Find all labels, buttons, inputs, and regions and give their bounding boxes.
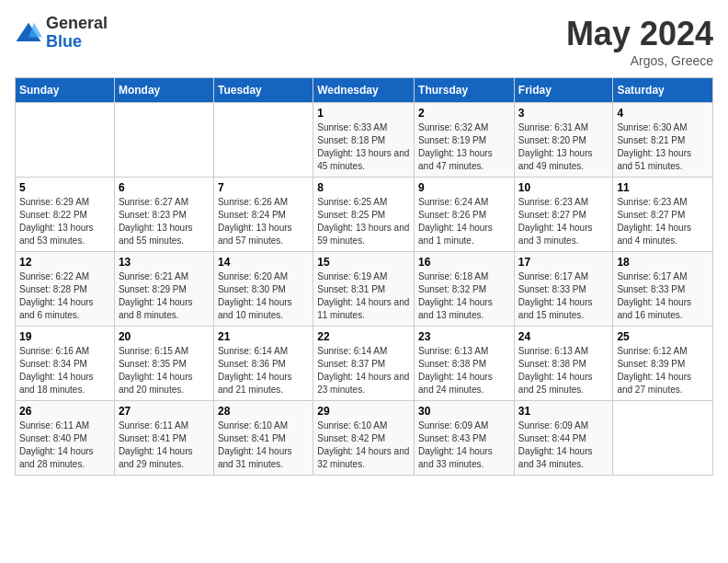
calendar-cell: 21Sunrise: 6:14 AMSunset: 8:36 PMDayligh… [213,327,313,401]
day-info: Sunrise: 6:19 AMSunset: 8:31 PMDaylight:… [317,270,410,322]
calendar-week-row: 26Sunrise: 6:11 AMSunset: 8:40 PMDayligh… [16,401,713,476]
day-of-week-header: Tuesday [213,78,313,103]
calendar-cell [213,103,313,178]
calendar-cell: 13Sunrise: 6:21 AMSunset: 8:29 PMDayligh… [114,252,213,327]
calendar-cell: 29Sunrise: 6:10 AMSunset: 8:42 PMDayligh… [313,401,415,476]
day-info: Sunrise: 6:26 AMSunset: 8:24 PMDaylight:… [218,196,309,247]
day-number: 19 [19,330,110,343]
day-info: Sunrise: 6:17 AMSunset: 8:33 PMDaylight:… [518,270,609,322]
day-of-week-header: Thursday [415,78,515,103]
page-header: General Blue May 2024 Argos, Greece [15,15,713,68]
calendar-cell: 23Sunrise: 6:13 AMSunset: 8:38 PMDayligh… [415,327,515,401]
logo: General Blue [15,15,108,52]
day-info: Sunrise: 6:13 AMSunset: 8:38 PMDaylight:… [418,345,510,396]
calendar-cell: 1Sunrise: 6:33 AMSunset: 8:18 PMDaylight… [313,103,415,178]
day-of-week-header: Monday [114,78,213,103]
day-number: 29 [317,405,410,418]
day-number: 10 [518,181,609,194]
day-of-week-header: Friday [514,78,613,103]
day-info: Sunrise: 6:13 AMSunset: 8:38 PMDaylight:… [518,345,609,396]
day-number: 27 [119,405,210,418]
day-info: Sunrise: 6:20 AMSunset: 8:30 PMDaylight:… [218,270,309,322]
month-year: May 2024 [566,15,713,53]
calendar-cell: 14Sunrise: 6:20 AMSunset: 8:30 PMDayligh… [213,252,313,327]
calendar-cell: 19Sunrise: 6:16 AMSunset: 8:34 PMDayligh… [16,327,115,401]
day-info: Sunrise: 6:23 AMSunset: 8:27 PMDaylight:… [617,196,709,247]
calendar-cell: 25Sunrise: 6:12 AMSunset: 8:39 PMDayligh… [613,327,713,401]
day-number: 26 [19,405,110,418]
day-info: Sunrise: 6:21 AMSunset: 8:29 PMDaylight:… [119,270,210,322]
day-number: 16 [418,256,510,269]
day-info: Sunrise: 6:22 AMSunset: 8:28 PMDaylight:… [19,270,110,322]
day-number: 13 [119,256,210,269]
day-number: 25 [617,330,709,343]
day-info: Sunrise: 6:17 AMSunset: 8:33 PMDaylight:… [617,270,709,322]
day-number: 12 [19,256,110,269]
day-number: 17 [518,256,609,269]
day-info: Sunrise: 6:10 AMSunset: 8:42 PMDaylight:… [317,419,410,471]
day-number: 9 [418,181,510,194]
day-info: Sunrise: 6:10 AMSunset: 8:41 PMDaylight:… [218,419,309,471]
calendar-table: SundayMondayTuesdayWednesdayThursdayFrid… [15,77,713,476]
location: Argos, Greece [566,53,713,68]
day-number: 8 [317,181,410,194]
day-number: 14 [218,256,309,269]
calendar-cell: 31Sunrise: 6:09 AMSunset: 8:44 PMDayligh… [514,401,613,476]
day-info: Sunrise: 6:15 AMSunset: 8:35 PMDaylight:… [119,345,210,396]
day-number: 30 [418,405,510,418]
day-number: 28 [218,405,309,418]
calendar-week-row: 5Sunrise: 6:29 AMSunset: 8:22 PMDaylight… [16,178,713,252]
day-number: 21 [218,330,309,343]
calendar-cell: 9Sunrise: 6:24 AMSunset: 8:26 PMDaylight… [415,178,515,252]
calendar-header-row: SundayMondayTuesdayWednesdayThursdayFrid… [16,78,713,103]
day-info: Sunrise: 6:25 AMSunset: 8:25 PMDaylight:… [317,196,410,247]
day-number: 22 [317,330,410,343]
day-info: Sunrise: 6:24 AMSunset: 8:26 PMDaylight:… [418,196,510,247]
calendar-cell: 16Sunrise: 6:18 AMSunset: 8:32 PMDayligh… [415,252,515,327]
logo-icon [15,19,42,47]
logo-blue-text: Blue [46,33,108,52]
calendar-week-row: 1Sunrise: 6:33 AMSunset: 8:18 PMDaylight… [16,103,713,178]
day-info: Sunrise: 6:14 AMSunset: 8:37 PMDaylight:… [317,345,410,396]
calendar-cell: 11Sunrise: 6:23 AMSunset: 8:27 PMDayligh… [613,178,713,252]
calendar-week-row: 12Sunrise: 6:22 AMSunset: 8:28 PMDayligh… [16,252,713,327]
calendar-cell: 28Sunrise: 6:10 AMSunset: 8:41 PMDayligh… [213,401,313,476]
day-info: Sunrise: 6:33 AMSunset: 8:18 PMDaylight:… [317,121,410,173]
day-info: Sunrise: 6:27 AMSunset: 8:23 PMDaylight:… [119,196,210,247]
calendar-cell: 12Sunrise: 6:22 AMSunset: 8:28 PMDayligh… [16,252,115,327]
day-info: Sunrise: 6:11 AMSunset: 8:40 PMDaylight:… [19,419,110,471]
calendar-cell [613,401,713,476]
day-number: 31 [518,405,609,418]
day-number: 5 [19,181,110,194]
calendar-cell: 4Sunrise: 6:30 AMSunset: 8:21 PMDaylight… [613,103,713,178]
day-info: Sunrise: 6:18 AMSunset: 8:32 PMDaylight:… [418,270,510,322]
day-info: Sunrise: 6:09 AMSunset: 8:44 PMDaylight:… [518,419,609,471]
calendar-cell: 20Sunrise: 6:15 AMSunset: 8:35 PMDayligh… [114,327,213,401]
day-of-week-header: Wednesday [313,78,415,103]
day-info: Sunrise: 6:11 AMSunset: 8:41 PMDaylight:… [119,419,210,471]
calendar-cell: 22Sunrise: 6:14 AMSunset: 8:37 PMDayligh… [313,327,415,401]
day-number: 2 [418,107,510,120]
calendar-cell: 10Sunrise: 6:23 AMSunset: 8:27 PMDayligh… [514,178,613,252]
day-info: Sunrise: 6:14 AMSunset: 8:36 PMDaylight:… [218,345,309,396]
calendar-week-row: 19Sunrise: 6:16 AMSunset: 8:34 PMDayligh… [16,327,713,401]
day-number: 4 [617,107,709,120]
day-number: 18 [617,256,709,269]
calendar-cell: 27Sunrise: 6:11 AMSunset: 8:41 PMDayligh… [114,401,213,476]
calendar-cell: 8Sunrise: 6:25 AMSunset: 8:25 PMDaylight… [313,178,415,252]
day-number: 24 [518,330,609,343]
day-number: 15 [317,256,410,269]
calendar-cell: 18Sunrise: 6:17 AMSunset: 8:33 PMDayligh… [613,252,713,327]
day-info: Sunrise: 6:31 AMSunset: 8:20 PMDaylight:… [518,121,609,173]
day-info: Sunrise: 6:32 AMSunset: 8:19 PMDaylight:… [418,121,510,173]
day-info: Sunrise: 6:23 AMSunset: 8:27 PMDaylight:… [518,196,609,247]
title-block: May 2024 Argos, Greece [566,15,713,68]
calendar-cell: 6Sunrise: 6:27 AMSunset: 8:23 PMDaylight… [114,178,213,252]
day-info: Sunrise: 6:09 AMSunset: 8:43 PMDaylight:… [418,419,510,471]
day-number: 1 [317,107,410,120]
calendar-cell: 15Sunrise: 6:19 AMSunset: 8:31 PMDayligh… [313,252,415,327]
day-info: Sunrise: 6:16 AMSunset: 8:34 PMDaylight:… [19,345,110,396]
calendar-cell [114,103,213,178]
calendar-cell: 3Sunrise: 6:31 AMSunset: 8:20 PMDaylight… [514,103,613,178]
calendar-cell: 30Sunrise: 6:09 AMSunset: 8:43 PMDayligh… [415,401,515,476]
